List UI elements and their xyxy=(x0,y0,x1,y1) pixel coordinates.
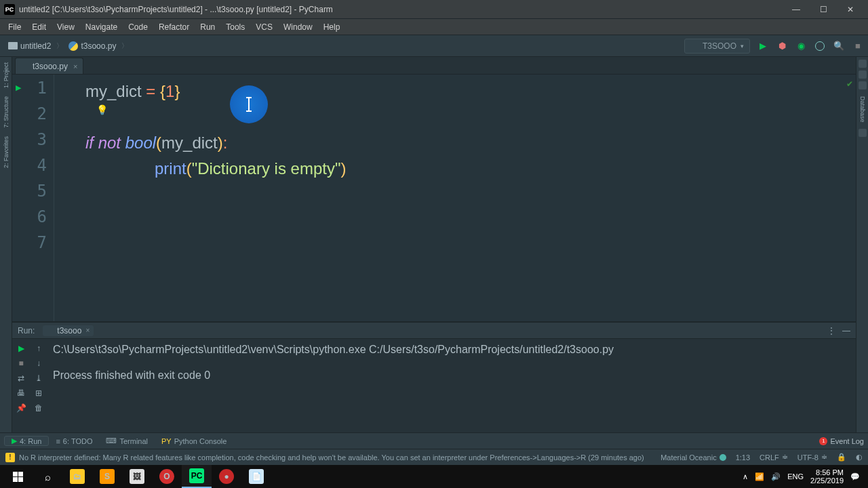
date: 2/25/2019 xyxy=(810,476,844,485)
menu-window[interactable]: Window xyxy=(278,22,318,32)
code-line[interactable]: my_dict = {1} xyxy=(54,79,856,104)
breadcrumb-project[interactable]: untitled2 xyxy=(4,40,55,52)
python-icon xyxy=(690,42,698,50)
menu-view[interactable]: View xyxy=(52,22,80,32)
breadcrumb-file[interactable]: t3sooo.py xyxy=(64,40,120,52)
database-tool-button[interactable]: Database xyxy=(858,92,867,126)
code-line[interactable] xyxy=(54,182,856,207)
close-button[interactable]: ✕ xyxy=(837,2,864,17)
readonly-lock-icon[interactable]: 🔒 xyxy=(837,453,846,462)
right-tool-icon[interactable] xyxy=(859,129,867,137)
hide-panel-button[interactable]: — xyxy=(842,326,850,336)
clear-button[interactable]: 🗑 xyxy=(32,401,45,415)
cursor-highlight-icon xyxy=(230,85,268,123)
python-file-icon xyxy=(21,62,29,70)
search-everywhere-button[interactable]: 🔍 xyxy=(833,40,845,52)
menu-vcs[interactable]: VCS xyxy=(250,22,278,32)
right-tool-icon[interactable] xyxy=(859,70,867,79)
stop-button[interactable]: ■ xyxy=(14,357,28,370)
encoding[interactable]: UTF-8 ≑ xyxy=(797,453,827,462)
memory-indicator[interactable]: ◐ xyxy=(856,453,863,462)
clock[interactable]: 8:56 PM 2/25/2019 xyxy=(810,468,844,485)
line-number: 6 xyxy=(24,207,54,233)
structure-tool-button[interactable]: 7: Structure xyxy=(3,94,9,131)
pycharm-task-button[interactable]: PC xyxy=(182,465,212,488)
toggle-soft-wrap[interactable]: ⇄ xyxy=(14,371,28,385)
start-button[interactable] xyxy=(3,465,33,488)
menu-run[interactable]: Run xyxy=(195,22,220,32)
language-indicator[interactable]: ENG xyxy=(787,472,804,481)
right-tool-icon[interactable] xyxy=(859,60,867,68)
opera-button[interactable]: O xyxy=(152,465,182,488)
caret-position[interactable]: 1:13 xyxy=(736,453,750,462)
record-button[interactable]: ● xyxy=(212,465,241,488)
step-up-button[interactable]: ↑ xyxy=(32,342,45,355)
code-line[interactable]: print("Dictionary is empty") xyxy=(54,156,856,182)
line-separator[interactable]: CRLF ≑ xyxy=(760,453,788,462)
close-tab-button[interactable]: × xyxy=(73,62,77,70)
code-line[interactable]: if not bool(my_dict): xyxy=(54,130,856,156)
code-line[interactable] xyxy=(54,233,856,259)
editor-tab[interactable]: t3sooo.py × xyxy=(15,58,83,74)
code-line[interactable] xyxy=(54,104,856,130)
run-config-selector[interactable]: T3SOOO ▾ xyxy=(684,39,750,54)
tray-overflow-icon[interactable]: ∧ xyxy=(743,472,748,481)
breadcrumb-file-label: t3sooo.py xyxy=(81,41,116,51)
inspection-ok-icon[interactable]: ✔ xyxy=(846,79,853,89)
pin-button[interactable]: 📌 xyxy=(14,401,28,415)
menu-code[interactable]: Code xyxy=(123,22,153,32)
code-line[interactable] xyxy=(54,207,856,233)
run-tab[interactable]: t3sooo × xyxy=(43,325,94,336)
code-lines[interactable]: my_dict = {1} if not bool(my_dict): prin… xyxy=(54,75,856,359)
bottom-tool-strip: ▶4: Run ≡6: TODO ⌨Terminal PYPython Cons… xyxy=(0,432,868,449)
app-button[interactable]: 🖼 xyxy=(122,465,152,488)
profile-button[interactable] xyxy=(814,40,826,52)
menu-refactor[interactable]: Refactor xyxy=(153,22,195,32)
menu-tools[interactable]: Tools xyxy=(220,22,250,32)
bottom-run-tab[interactable]: ▶4: Run xyxy=(4,436,49,446)
stop-button[interactable]: ■ xyxy=(852,40,864,52)
run-gutter-icon[interactable]: ▶ xyxy=(16,83,21,92)
volume-icon[interactable]: 🔊 xyxy=(771,472,781,481)
layout-button[interactable]: ⊞ xyxy=(32,386,45,400)
bottom-terminal-tab[interactable]: ⌨Terminal xyxy=(99,436,155,445)
theme-indicator[interactable]: Material Oceanic xyxy=(660,453,726,462)
minimize-button[interactable]: ― xyxy=(783,2,810,17)
project-tool-button[interactable]: 1: Project xyxy=(3,60,9,91)
maximize-button[interactable]: ☐ xyxy=(810,2,837,17)
step-down-button[interactable]: ↓ xyxy=(32,357,45,370)
code-area[interactable]: ▶ 1 2 3 4 5 6 7 my_dict = {1} if not boo… xyxy=(12,75,856,359)
menu-help[interactable]: Help xyxy=(318,22,346,32)
favorites-tool-button[interactable]: 2: Favorites xyxy=(3,134,9,171)
close-run-tab[interactable]: × xyxy=(85,327,90,334)
rerun-button[interactable]: ▶ xyxy=(14,342,28,355)
sublime-button[interactable]: S xyxy=(92,465,122,488)
run-toolbar: ▶ ↑ ■ ↓ ⇄ ⤓ 🖶 ⊞ 📌 🗑 xyxy=(12,339,47,432)
run-coverage-button[interactable]: ◉ xyxy=(795,40,807,52)
search-button[interactable]: ⌕ xyxy=(33,465,62,488)
menu-navigate[interactable]: Navigate xyxy=(80,22,123,32)
warning-icon[interactable]: ! xyxy=(5,453,15,462)
scroll-end-button[interactable]: ⤓ xyxy=(32,371,45,385)
notepad-button[interactable]: 📄 xyxy=(241,465,271,488)
run-output[interactable]: C:\Users\t3so\PycharmProjects\untitled2\… xyxy=(47,339,856,432)
menu-edit[interactable]: Edit xyxy=(26,22,52,32)
notifications-icon[interactable]: 💬 xyxy=(850,472,860,481)
debug-button[interactable]: ⬢ xyxy=(776,40,788,52)
event-log-button[interactable]: 1 Event Log xyxy=(819,437,864,445)
status-message: No R interpreter defined: Many R related… xyxy=(19,453,644,462)
right-tool-icon[interactable] xyxy=(859,81,867,89)
run-settings-icon[interactable]: ⋮ xyxy=(827,326,835,336)
intention-bulb-icon[interactable]: 💡 xyxy=(96,104,106,114)
left-tool-rail: 1: Project 7: Structure 2: Favorites xyxy=(0,57,12,432)
file-explorer-button[interactable]: 🗂 xyxy=(62,465,92,488)
inspection-marks: ✔ xyxy=(846,77,854,89)
chevron-icon: 〉 xyxy=(56,41,63,51)
bottom-pyconsole-tab[interactable]: PYPython Console xyxy=(155,437,233,445)
print-button[interactable]: 🖶 xyxy=(14,386,28,400)
bottom-todo-tab[interactable]: ≡6: TODO xyxy=(49,437,99,445)
network-icon[interactable]: 📶 xyxy=(755,472,764,481)
time: 8:56 PM xyxy=(810,468,844,476)
menu-file[interactable]: File xyxy=(3,22,26,32)
run-button[interactable]: ▶ xyxy=(757,40,769,52)
